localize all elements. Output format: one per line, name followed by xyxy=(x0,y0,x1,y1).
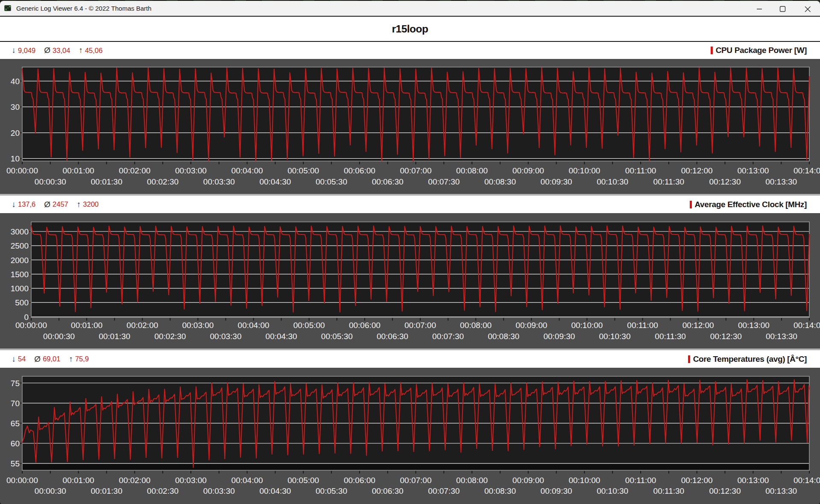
svg-text:00:05:30: 00:05:30 xyxy=(316,177,347,186)
svg-text:00:11:30: 00:11:30 xyxy=(653,486,685,495)
svg-text:2000: 2000 xyxy=(11,256,29,265)
svg-text:00:08:00: 00:08:00 xyxy=(456,476,488,485)
svg-text:00:05:30: 00:05:30 xyxy=(316,486,347,495)
svg-text:00:01:30: 00:01:30 xyxy=(91,486,123,495)
svg-text:00:14:00: 00:14:00 xyxy=(794,166,820,175)
svg-text:00:02:30: 00:02:30 xyxy=(147,486,179,495)
svg-text:00:10:30: 00:10:30 xyxy=(597,177,628,186)
svg-text:00:09:30: 00:09:30 xyxy=(541,486,572,495)
svg-text:00:13:00: 00:13:00 xyxy=(737,476,769,485)
svg-text:500: 500 xyxy=(15,298,29,307)
svg-text:00:03:30: 00:03:30 xyxy=(203,177,235,186)
svg-text:00:08:30: 00:08:30 xyxy=(484,177,516,186)
svg-text:00:11:30: 00:11:30 xyxy=(655,332,686,341)
svg-text:00:05:00: 00:05:00 xyxy=(287,166,319,175)
svg-text:00:07:00: 00:07:00 xyxy=(404,321,436,330)
svg-text:00:12:00: 00:12:00 xyxy=(682,321,714,330)
svg-text:00:13:30: 00:13:30 xyxy=(765,486,797,495)
svg-text:75: 75 xyxy=(11,379,20,388)
svg-text:00:04:00: 00:04:00 xyxy=(238,321,269,330)
svg-text:0: 0 xyxy=(24,313,29,322)
svg-text:00:03:00: 00:03:00 xyxy=(182,321,214,330)
svg-text:00:09:00: 00:09:00 xyxy=(515,321,547,330)
svg-text:00:02:30: 00:02:30 xyxy=(147,177,179,186)
svg-text:00:00:00: 00:00:00 xyxy=(6,166,38,175)
svg-text:10: 10 xyxy=(11,154,20,163)
svg-text:00:02:30: 00:02:30 xyxy=(154,332,186,341)
svg-text:00:00:00: 00:00:00 xyxy=(6,476,38,485)
svg-text:70: 70 xyxy=(11,399,20,408)
svg-text:00:04:30: 00:04:30 xyxy=(266,332,297,341)
svg-text:00:00:30: 00:00:30 xyxy=(35,486,66,495)
svg-text:2500: 2500 xyxy=(11,241,29,250)
svg-text:00:04:00: 00:04:00 xyxy=(231,476,263,485)
svg-text:00:13:30: 00:13:30 xyxy=(765,177,797,186)
svg-text:00:00:00: 00:00:00 xyxy=(15,321,47,330)
svg-text:1500: 1500 xyxy=(11,270,29,279)
svg-text:00:12:00: 00:12:00 xyxy=(681,166,713,175)
svg-text:00:04:30: 00:04:30 xyxy=(259,486,291,495)
svg-text:1000: 1000 xyxy=(11,284,29,293)
svg-text:00:12:30: 00:12:30 xyxy=(709,177,741,186)
svg-text:00:10:00: 00:10:00 xyxy=(568,166,600,175)
svg-text:00:06:00: 00:06:00 xyxy=(344,476,375,485)
svg-text:3000: 3000 xyxy=(11,227,29,236)
svg-text:00:08:30: 00:08:30 xyxy=(484,486,516,495)
svg-text:60: 60 xyxy=(11,439,20,448)
svg-text:00:03:30: 00:03:30 xyxy=(210,332,242,341)
svg-text:00:05:00: 00:05:00 xyxy=(293,321,325,330)
svg-text:00:11:30: 00:11:30 xyxy=(653,177,685,186)
svg-text:00:03:30: 00:03:30 xyxy=(203,486,235,495)
svg-text:00:00:30: 00:00:30 xyxy=(43,332,75,341)
svg-text:00:01:00: 00:01:00 xyxy=(63,476,94,485)
svg-text:00:12:00: 00:12:00 xyxy=(681,476,713,485)
svg-text:00:00:30: 00:00:30 xyxy=(35,177,66,186)
svg-text:40: 40 xyxy=(11,77,20,86)
svg-text:00:07:30: 00:07:30 xyxy=(428,177,460,186)
svg-text:00:13:00: 00:13:00 xyxy=(737,166,769,175)
svg-text:55: 55 xyxy=(11,459,20,468)
svg-text:00:12:30: 00:12:30 xyxy=(709,486,741,495)
svg-text:00:10:00: 00:10:00 xyxy=(568,476,600,485)
svg-text:00:07:00: 00:07:00 xyxy=(400,476,432,485)
svg-text:00:07:30: 00:07:30 xyxy=(428,486,460,495)
svg-text:00:06:30: 00:06:30 xyxy=(372,177,404,186)
svg-text:00:02:00: 00:02:00 xyxy=(119,476,150,485)
svg-text:00:08:00: 00:08:00 xyxy=(460,321,492,330)
svg-text:00:01:00: 00:01:00 xyxy=(63,166,94,175)
svg-text:00:01:30: 00:01:30 xyxy=(91,177,123,186)
svg-text:00:08:30: 00:08:30 xyxy=(488,332,519,341)
svg-text:00:10:30: 00:10:30 xyxy=(599,332,631,341)
svg-text:00:09:00: 00:09:00 xyxy=(512,166,544,175)
svg-text:00:13:00: 00:13:00 xyxy=(738,321,770,330)
svg-text:00:14:00: 00:14:00 xyxy=(794,476,820,485)
svg-text:00:06:30: 00:06:30 xyxy=(377,332,408,341)
svg-text:00:02:00: 00:02:00 xyxy=(126,321,158,330)
svg-text:00:14:00: 00:14:00 xyxy=(794,321,820,330)
svg-text:00:11:00: 00:11:00 xyxy=(627,321,658,330)
svg-text:00:09:30: 00:09:30 xyxy=(543,332,575,341)
svg-text:00:06:00: 00:06:00 xyxy=(344,166,375,175)
svg-text:00:08:00: 00:08:00 xyxy=(456,166,488,175)
svg-text:00:09:30: 00:09:30 xyxy=(541,177,572,186)
svg-text:00:11:00: 00:11:00 xyxy=(625,166,656,175)
svg-text:00:13:30: 00:13:30 xyxy=(766,332,797,341)
svg-text:00:04:00: 00:04:00 xyxy=(231,166,263,175)
svg-text:00:02:00: 00:02:00 xyxy=(119,166,150,175)
svg-text:20: 20 xyxy=(11,129,20,138)
svg-text:65: 65 xyxy=(11,419,20,428)
svg-text:00:07:30: 00:07:30 xyxy=(432,332,464,341)
svg-text:00:01:00: 00:01:00 xyxy=(71,321,102,330)
svg-text:00:03:00: 00:03:00 xyxy=(175,166,207,175)
svg-text:00:10:00: 00:10:00 xyxy=(571,321,603,330)
svg-text:00:12:30: 00:12:30 xyxy=(710,332,742,341)
svg-text:00:05:00: 00:05:00 xyxy=(287,476,319,485)
svg-text:00:01:30: 00:01:30 xyxy=(99,332,130,341)
svg-text:00:10:30: 00:10:30 xyxy=(597,486,628,495)
svg-text:00:04:30: 00:04:30 xyxy=(259,177,291,186)
svg-text:00:11:00: 00:11:00 xyxy=(625,476,656,485)
svg-text:00:07:00: 00:07:00 xyxy=(400,166,432,175)
svg-text:30: 30 xyxy=(11,103,20,111)
svg-text:00:05:30: 00:05:30 xyxy=(321,332,353,341)
svg-text:00:06:00: 00:06:00 xyxy=(349,321,381,330)
